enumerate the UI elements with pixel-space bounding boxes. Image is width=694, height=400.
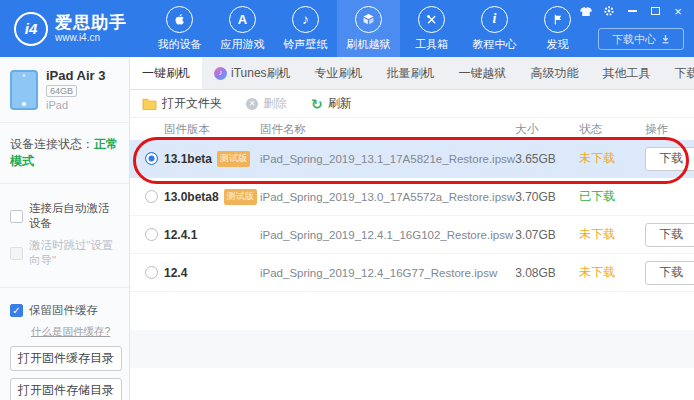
table-row[interactable]: 13.1beta测试版 iPad_Spring_2019_13.1_17A582… [130, 140, 694, 178]
firmware-filename: iPad_Spring_2019_13.1_17A5821e_Restore.i… [260, 153, 515, 165]
main-nav: 我的设备 A 应用游戏 ♪ 铃声壁纸 刷机越狱 工具箱 i 教程中心 [148, 0, 589, 57]
checkbox-skip-setup[interactable]: 激活时跳过"设置向导" [10, 238, 119, 268]
nav-label: 应用游戏 [221, 37, 265, 52]
radio-unselected[interactable] [145, 266, 158, 279]
firmware-filename: iPad_Spring_2019_12.4.1_16G102_Restore.i… [260, 229, 515, 241]
tab-advanced[interactable]: 高级功能 [519, 57, 591, 89]
tab-pro-flash[interactable]: 专业刷机 [303, 57, 375, 89]
nav-label: 我的设备 [158, 37, 202, 52]
tool-label: 打开文件夹 [162, 95, 222, 112]
status-label: 设备连接状态： [10, 137, 94, 151]
ipad-device-icon [10, 70, 38, 110]
beta-badge: 测试版 [224, 189, 257, 205]
checkbox-icon [10, 210, 23, 223]
checkbox-keep-cache[interactable]: ✓ 保留固件缓存 [10, 303, 119, 318]
tab-label: 其他工具 [603, 57, 651, 89]
tab-other-tools[interactable]: 其他工具 [591, 57, 663, 89]
open-folder-button[interactable]: 打开文件夹 [142, 95, 222, 112]
download-button[interactable]: 下载 [645, 147, 694, 171]
status-badge: 未下载 [579, 264, 645, 281]
nav-ringtones-wallpapers[interactable]: ♪ 铃声壁纸 [274, 0, 337, 57]
download-center-button[interactable]: 下载中心 [598, 28, 684, 50]
firmware-toolbar: 打开文件夹 ✕ 删除 ↻ 刷新 [130, 90, 694, 118]
nav-toolbox[interactable]: 工具箱 [400, 0, 463, 57]
skin-icon[interactable] [580, 5, 592, 17]
radio-unselected[interactable] [145, 190, 158, 203]
download-button[interactable]: 下载 [645, 223, 694, 247]
delete-icon: ✕ [246, 98, 258, 110]
download-center-label: 下载中心 [612, 32, 656, 47]
open-storage-dir-button[interactable]: 打开固件存储目录 [10, 378, 122, 400]
tab-one-key-jailbreak[interactable]: 一键越狱 [447, 57, 519, 89]
beta-badge: 测试版 [217, 151, 250, 167]
download-icon [661, 34, 670, 44]
nav-tutorials[interactable]: i 教程中心 [463, 0, 526, 57]
firmware-size: 3.70GB [515, 190, 579, 204]
ringtone-icon: ♪ [292, 6, 319, 33]
refresh-icon: ↻ [311, 97, 323, 111]
table-row[interactable]: 12.4 iPad_Spring_2019_12.4_16G77_Restore… [130, 254, 694, 292]
firmware-size: 3.07GB [515, 228, 579, 242]
what-is-cache-link[interactable]: 什么是固件缓存? [31, 325, 119, 339]
minimize-icon[interactable] [626, 5, 638, 17]
tab-label: 高级功能 [531, 57, 579, 89]
nav-apps-games[interactable]: A 应用游戏 [211, 0, 274, 57]
device-name: iPad Air 3 [46, 68, 105, 83]
firmware-filename: iPad_Spring_2019_13.0_17A5572a_Restore.i… [260, 191, 515, 203]
tab-label: 一键刷机 [142, 57, 190, 89]
header-name: 固件名称 [260, 122, 515, 137]
activation-options: 连接后自动激活设备 激活时跳过"设置向导" [0, 184, 129, 288]
tab-batch-flash[interactable]: 批量刷机 [375, 57, 447, 89]
folder-icon [142, 97, 157, 110]
device-model: iPad [46, 99, 105, 111]
empty-row [130, 292, 694, 330]
empty-row [130, 330, 694, 368]
table-row[interactable]: 13.0beta8测试版 iPad_Spring_2019_13.0_17A55… [130, 178, 694, 216]
firmware-size: 3.65GB [515, 152, 579, 166]
nav-label: 教程中心 [473, 37, 517, 52]
toolbox-icon [418, 6, 445, 33]
radio-unselected[interactable] [145, 228, 158, 241]
tool-label: 刷新 [328, 95, 352, 112]
firmware-version: 13.0beta8 [164, 190, 219, 204]
delete-button[interactable]: ✕ 删除 [246, 95, 287, 112]
discover-flag-icon [544, 6, 571, 33]
nav-flash-jailbreak[interactable]: 刷机越狱 [337, 0, 400, 57]
header-version: 固件版本 [164, 122, 260, 137]
tab-bar: 一键刷机 ♪iTunes刷机 专业刷机 批量刷机 一键越狱 高级功能 其他工具 … [130, 57, 694, 90]
table-row[interactable]: 12.4.1 iPad_Spring_2019_12.4.1_16G102_Re… [130, 216, 694, 254]
header-status: 状态 [579, 122, 645, 137]
apple-icon [166, 6, 193, 33]
maximize-icon[interactable] [649, 5, 661, 17]
firmware-panel: 一键刷机 ♪iTunes刷机 专业刷机 批量刷机 一键越狱 高级功能 其他工具 … [130, 57, 694, 400]
tab-label: iTunes刷机 [231, 57, 291, 89]
tab-itunes-flash[interactable]: ♪iTunes刷机 [202, 57, 303, 89]
nav-my-devices[interactable]: 我的设备 [148, 0, 211, 57]
checkbox-auto-activate[interactable]: 连接后自动激活设备 [10, 201, 119, 231]
tab-label: 一键越狱 [459, 57, 507, 89]
i4-logo-icon: i4 [14, 12, 48, 46]
nav-label: 刷机越狱 [347, 37, 391, 52]
window-controls: × [580, 5, 684, 17]
firmware-version: 12.4.1 [164, 228, 197, 242]
app-window: { "brand": { "badge": "i4", "name": "爱思助… [0, 0, 694, 400]
tab-label: 批量刷机 [387, 57, 435, 89]
open-cache-dir-button[interactable]: 打开固件缓存目录 [10, 346, 122, 371]
header-action: 操作 [645, 122, 694, 137]
settings-gear-icon[interactable] [603, 5, 615, 17]
header-size: 大小 [515, 122, 579, 137]
tab-download-firmware[interactable]: 下载固件 [663, 57, 694, 89]
device-sidebar: iPad Air 3 64GB iPad 设备连接状态：正常模式 连接后自动激活… [0, 57, 130, 400]
close-icon[interactable]: × [672, 5, 684, 17]
device-info: iPad Air 3 64GB iPad [0, 57, 129, 123]
refresh-button[interactable]: ↻ 刷新 [311, 95, 352, 112]
checkbox-checked-icon: ✓ [10, 304, 23, 317]
tab-label: 专业刷机 [315, 57, 363, 89]
download-button[interactable]: 下载 [645, 261, 694, 285]
tab-one-key-flash[interactable]: 一键刷机 [130, 57, 202, 89]
status-badge: 未下载 [579, 150, 645, 167]
radio-selected[interactable] [145, 152, 158, 165]
app-name: 爱思助手 [55, 14, 127, 33]
connection-status: 设备连接状态：正常模式 [0, 123, 129, 184]
app-logo[interactable]: i4 爱思助手 www.i4.cn [0, 0, 148, 57]
